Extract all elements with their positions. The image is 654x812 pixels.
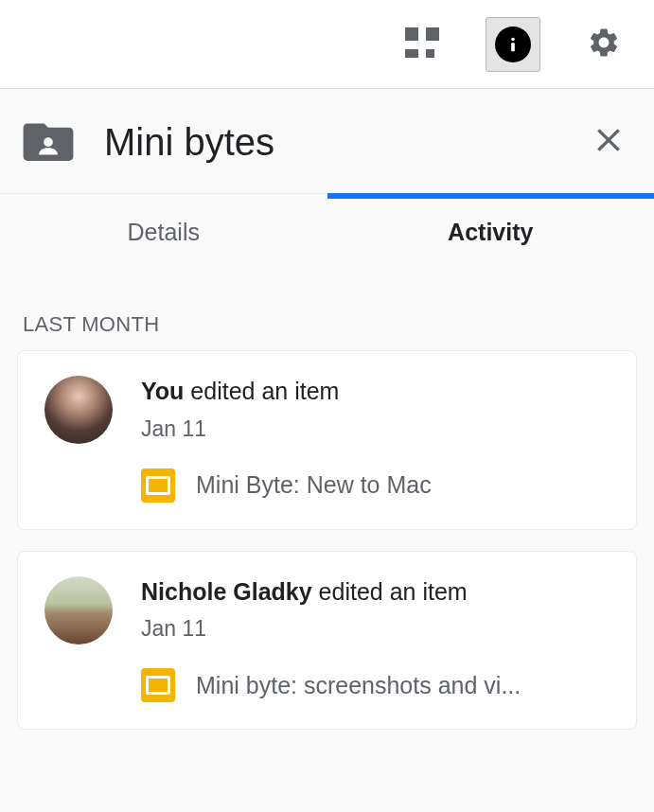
grid-icon xyxy=(405,27,439,62)
tab-bar: Details Activity xyxy=(0,193,654,271)
info-icon xyxy=(495,26,531,62)
activity-description: Nichole Gladky edited an item xyxy=(141,576,615,608)
file-name: Mini byte: screenshots and vi... xyxy=(196,672,521,699)
activity-item: Nichole Gladky edited an item Jan 11 Min… xyxy=(17,551,637,731)
close-icon xyxy=(593,142,624,158)
activity-body: You edited an item Jan 11 Mini Byte: New… xyxy=(141,376,615,503)
tab-activity[interactable]: Activity xyxy=(327,194,655,271)
activity-date: Jan 11 xyxy=(141,616,615,642)
avatar xyxy=(44,376,113,444)
gear-icon xyxy=(587,26,621,63)
info-panel-button[interactable] xyxy=(486,17,540,72)
shared-folder-icon xyxy=(23,119,74,165)
activity-item: You edited an item Jan 11 Mini Byte: New… xyxy=(17,350,637,530)
file-link[interactable]: Mini byte: screenshots and vi... xyxy=(141,668,615,702)
activity-action: edited an item xyxy=(184,378,339,404)
close-button[interactable] xyxy=(586,117,631,167)
section-header-last-month: LAST MONTH xyxy=(0,271,654,350)
tab-details[interactable]: Details xyxy=(0,194,327,271)
svg-point-2 xyxy=(44,137,53,147)
slides-icon xyxy=(141,468,175,503)
panel-header: Mini bytes xyxy=(0,89,654,193)
svg-rect-1 xyxy=(511,43,515,51)
activity-action: edited an item xyxy=(312,578,468,605)
file-link[interactable]: Mini Byte: New to Mac xyxy=(141,468,615,503)
activity-body: Nichole Gladky edited an item Jan 11 Min… xyxy=(141,576,615,703)
activity-date: Jan 11 xyxy=(141,416,615,442)
svg-point-0 xyxy=(511,37,515,41)
top-toolbar xyxy=(0,0,654,89)
settings-button[interactable] xyxy=(576,17,631,72)
activity-actor: Nichole Gladky xyxy=(141,578,312,605)
file-name: Mini Byte: New to Mac xyxy=(196,471,432,499)
activity-actor: You xyxy=(141,378,184,404)
grid-view-button[interactable] xyxy=(395,17,450,72)
avatar xyxy=(44,576,113,644)
folder-title: Mini bytes xyxy=(104,121,556,164)
activity-description: You edited an item xyxy=(141,376,615,407)
slides-icon xyxy=(141,668,175,702)
